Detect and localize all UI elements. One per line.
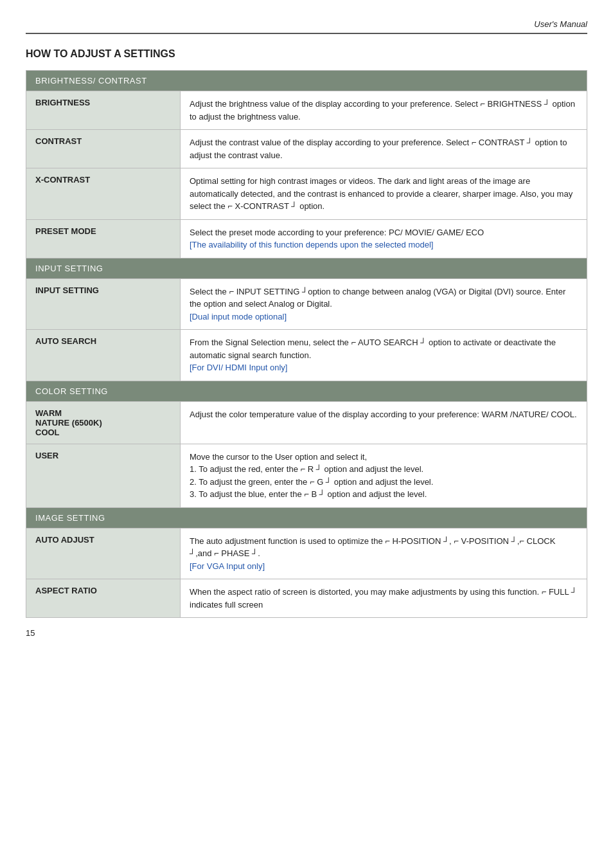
row-description: From the Signal Selection menu, select t… <box>181 330 587 381</box>
row-description: Adjust the color temperature value of th… <box>181 401 587 444</box>
table-row: ASPECT RATIOWhen the aspect ratio of scr… <box>26 579 587 618</box>
section-header-cell: BRIGHTNESS/ CONTRAST <box>26 71 587 91</box>
desc-main: Adjust the color temperature value of th… <box>190 410 577 419</box>
row-label: INPUT SETTING <box>26 278 181 330</box>
desc-blue: [For DVI/ HDMI Input only] <box>190 363 287 372</box>
table-row: PRESET MODESelect the preset mode accord… <box>26 219 587 258</box>
row-description: Select the preset mode according to your… <box>181 219 587 258</box>
desc-main: Select the ⌐ INPUT SETTING ┘option to ch… <box>190 287 565 309</box>
section-header-row: BRIGHTNESS/ CONTRAST <box>26 71 587 91</box>
page-number: 15 <box>26 628 35 638</box>
row-description: Select the ⌐ INPUT SETTING ┘option to ch… <box>181 278 587 330</box>
table-row: BRIGHTNESSAdjust the brightness value of… <box>26 91 587 130</box>
row-label: WARM NATURE (6500K) COOL <box>26 401 181 444</box>
section-header-row: COLOR SETTING <box>26 381 587 401</box>
table-row: X-CONTRASTOptimal setting for high contr… <box>26 168 587 220</box>
desc-blue: [For VGA Input only] <box>190 561 265 571</box>
settings-table: BRIGHTNESS/ CONTRASTBRIGHTNESSAdjust the… <box>26 70 587 618</box>
desc-main: The auto adjustment function is used to … <box>190 536 555 559</box>
table-row: AUTO ADJUSTThe auto adjustment function … <box>26 528 587 579</box>
page-footer: 15 <box>26 628 587 638</box>
section-header-cell: COLOR SETTING <box>26 381 587 401</box>
section-header-cell: INPUT SETTING <box>26 258 587 278</box>
row-label: AUTO SEARCH <box>26 330 181 381</box>
desc-blue: [Dual input mode optional] <box>190 312 287 321</box>
row-label: X-CONTRAST <box>26 168 181 220</box>
section-header-row: IMAGE SETTING <box>26 507 587 528</box>
table-row: AUTO SEARCHFrom the Signal Selection men… <box>26 330 587 381</box>
row-label: CONTRAST <box>26 130 181 168</box>
page-header: User's Manual <box>26 19 587 34</box>
row-description: Move the cursor to the User option and s… <box>181 444 587 507</box>
row-label: ASPECT RATIO <box>26 579 181 618</box>
table-row: WARM NATURE (6500K) COOLAdjust the color… <box>26 401 587 444</box>
row-description: Optimal setting for high contrast images… <box>181 168 587 220</box>
section-header-cell: IMAGE SETTING <box>26 507 587 528</box>
manual-title: User's Manual <box>534 19 587 29</box>
desc-main: Select the preset mode according to your… <box>190 228 484 237</box>
page-title: HOW TO ADJUST A SETTINGS <box>26 48 587 60</box>
row-description: Adjust the brightness value of the displ… <box>181 91 587 130</box>
row-label: BRIGHTNESS <box>26 91 181 130</box>
section-header-row: INPUT SETTING <box>26 258 587 278</box>
row-description: Adjust the contrast value of the display… <box>181 130 587 168</box>
row-label: PRESET MODE <box>26 219 181 258</box>
row-description: The auto adjustment function is used to … <box>181 528 587 579</box>
table-row: USERMove the cursor to the User option a… <box>26 444 587 507</box>
row-label: AUTO ADJUST <box>26 528 181 579</box>
row-description: When the aspect ratio of screen is disto… <box>181 579 587 618</box>
row-label: USER <box>26 444 181 507</box>
table-row: INPUT SETTINGSelect the ⌐ INPUT SETTING … <box>26 278 587 330</box>
desc-main: Move the cursor to the User option and s… <box>190 452 433 500</box>
desc-blue: [The availability of this function depen… <box>190 240 433 249</box>
table-row: CONTRASTAdjust the contrast value of the… <box>26 130 587 168</box>
desc-main: When the aspect ratio of screen is disto… <box>190 587 577 610</box>
desc-main: From the Signal Selection menu, select t… <box>190 338 556 360</box>
